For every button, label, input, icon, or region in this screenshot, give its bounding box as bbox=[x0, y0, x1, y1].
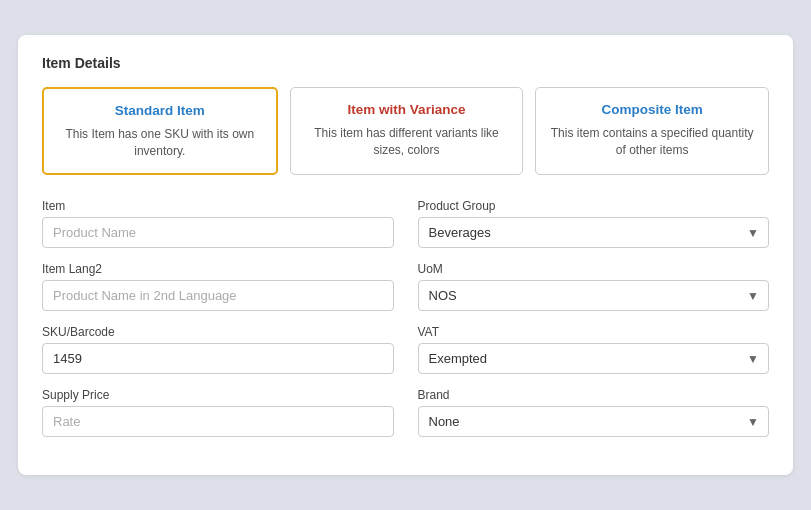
item-type-composite[interactable]: Composite Item This item contains a spec… bbox=[535, 87, 769, 176]
sku-field-group: SKU/Barcode bbox=[42, 325, 394, 374]
item-input[interactable] bbox=[42, 217, 394, 248]
item-type-standard[interactable]: Standard Item This Item has one SKU with… bbox=[42, 87, 278, 176]
item-lang2-label: Item Lang2 bbox=[42, 262, 394, 276]
vat-select[interactable]: Exempted 5% 10% 15% bbox=[418, 343, 770, 374]
vat-label: VAT bbox=[418, 325, 770, 339]
card-title: Item Details bbox=[42, 55, 769, 71]
supply-price-input[interactable] bbox=[42, 406, 394, 437]
brand-field-group: Brand None Brand A Brand B ▼ bbox=[418, 388, 770, 437]
uom-select-wrapper: NOS KG LTR PCS ▼ bbox=[418, 280, 770, 311]
uom-field-group: UoM NOS KG LTR PCS ▼ bbox=[418, 262, 770, 311]
right-column: Product Group Beverages Food Electronics… bbox=[418, 199, 770, 451]
brand-select[interactable]: None Brand A Brand B bbox=[418, 406, 770, 437]
item-details-card: Item Details Standard Item This Item has… bbox=[18, 35, 793, 476]
left-column: Item Item Lang2 SKU/Barcode Supply Price bbox=[42, 199, 394, 451]
form-section: Item Item Lang2 SKU/Barcode Supply Price… bbox=[42, 199, 769, 451]
composite-item-desc: This item contains a specified quantity … bbox=[548, 125, 756, 159]
brand-label: Brand bbox=[418, 388, 770, 402]
variance-item-title: Item with Variance bbox=[303, 102, 511, 117]
sku-input[interactable] bbox=[42, 343, 394, 374]
item-type-variance[interactable]: Item with Variance This item has differe… bbox=[290, 87, 524, 176]
product-group-select[interactable]: Beverages Food Electronics Other bbox=[418, 217, 770, 248]
uom-label: UoM bbox=[418, 262, 770, 276]
standard-item-title: Standard Item bbox=[56, 103, 264, 118]
vat-field-group: VAT Exempted 5% 10% 15% ▼ bbox=[418, 325, 770, 374]
product-group-field-group: Product Group Beverages Food Electronics… bbox=[418, 199, 770, 248]
item-field-group: Item bbox=[42, 199, 394, 248]
product-group-select-wrapper: Beverages Food Electronics Other ▼ bbox=[418, 217, 770, 248]
vat-select-wrapper: Exempted 5% 10% 15% ▼ bbox=[418, 343, 770, 374]
product-group-label: Product Group bbox=[418, 199, 770, 213]
supply-price-label: Supply Price bbox=[42, 388, 394, 402]
variance-item-desc: This item has different variants like si… bbox=[303, 125, 511, 159]
item-label: Item bbox=[42, 199, 394, 213]
brand-select-wrapper: None Brand A Brand B ▼ bbox=[418, 406, 770, 437]
composite-item-title: Composite Item bbox=[548, 102, 756, 117]
standard-item-desc: This Item has one SKU with its own inven… bbox=[56, 126, 264, 160]
item-type-row: Standard Item This Item has one SKU with… bbox=[42, 87, 769, 176]
item-lang2-field-group: Item Lang2 bbox=[42, 262, 394, 311]
item-lang2-input[interactable] bbox=[42, 280, 394, 311]
supply-price-field-group: Supply Price bbox=[42, 388, 394, 437]
sku-label: SKU/Barcode bbox=[42, 325, 394, 339]
uom-select[interactable]: NOS KG LTR PCS bbox=[418, 280, 770, 311]
